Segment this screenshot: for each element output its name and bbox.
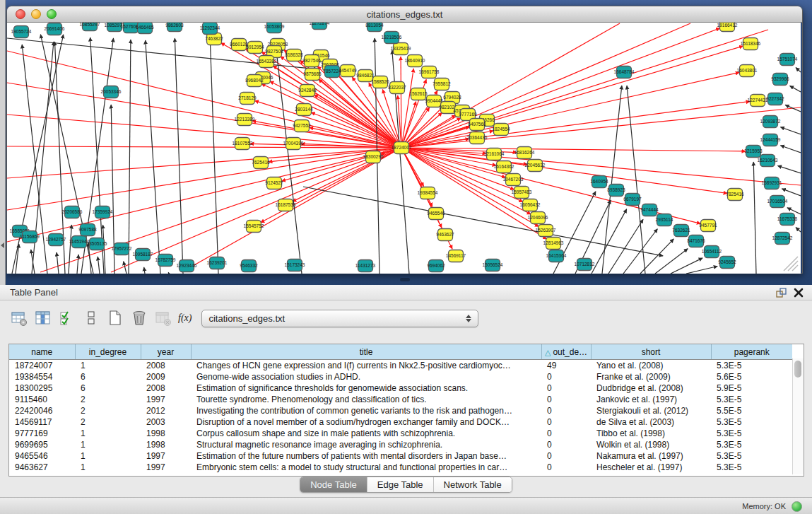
graph-node[interactable]: 12161064 [484, 148, 505, 160]
graph-node[interactable]: 16648784 [614, 66, 635, 78]
table-row[interactable]: 946362711997Embryonic stem cells: a mode… [9, 462, 792, 473]
graph-node[interactable]: 11431273 [355, 260, 376, 272]
graph-node[interactable]: 11156869 [20, 231, 40, 243]
graph-node[interactable]: 16543382 [257, 56, 277, 68]
graph-node[interactable]: 16187533 [276, 199, 296, 211]
tab-node-table[interactable]: Node Table [300, 477, 367, 492]
graph-node[interactable]: 6679197 [623, 194, 642, 206]
graph-node[interactable]: 12814963 [543, 238, 564, 250]
graph-node[interactable]: 10712812 [575, 259, 595, 271]
table-selector[interactable]: citations_edges.txt [201, 310, 478, 327]
graph-node[interactable]: 12923446 [177, 260, 197, 272]
graph-node[interactable]: 16415364 [546, 250, 567, 262]
graph-node[interactable]: 11675338 [777, 214, 798, 226]
graph-node[interactable]: 3215953 [744, 146, 763, 158]
graph-node[interactable]: 10467203 [503, 174, 524, 186]
column-header-title[interactable]: title [191, 344, 541, 360]
graph-node[interactable]: 13505135 [87, 238, 107, 250]
collapse-splitter-arrow-icon[interactable] [1, 243, 4, 248]
graph-node[interactable]: 18107552 [233, 138, 253, 150]
graph-node[interactable]: 5912954 [246, 42, 264, 54]
graph-node[interactable]: 2935114 [656, 214, 673, 226]
graph-node[interactable]: 7825416 [726, 189, 744, 201]
graph-node[interactable]: 16056432 [520, 199, 541, 211]
graph-node[interactable]: 11292344 [200, 23, 220, 35]
resize-grip-icon[interactable] [788, 261, 798, 271]
table-row[interactable]: 911546021997Tourette syndrome. Phenomeno… [9, 394, 792, 405]
table-scrollbar-thumb[interactable] [794, 361, 801, 378]
graph-node[interactable]: 16239201 [207, 257, 228, 269]
graph-node[interactable]: 9546332 [240, 260, 258, 272]
delete-table-icon[interactable] [154, 309, 172, 327]
graph-node[interactable]: 17016504 [767, 196, 788, 208]
graph-node[interactable]: 9124527 [265, 177, 283, 189]
graph-node[interactable]: 1588520 [371, 76, 389, 88]
graph-node[interactable]: 9474444 [640, 204, 659, 216]
graph-node[interactable]: 22045632 [525, 160, 546, 172]
graph-node[interactable]: 13325419 [391, 43, 411, 55]
column-header-year[interactable]: year [141, 344, 191, 360]
select-columns-icon[interactable] [58, 309, 76, 327]
function-builder-icon[interactable]: f(x) [178, 313, 192, 324]
graph-node[interactable]: 16053809 [264, 23, 285, 33]
graph-node[interactable]: 9463627 [436, 229, 454, 241]
graph-node[interactable]: 12942757 [46, 234, 66, 246]
graph-node[interactable]: 16782759 [155, 255, 176, 267]
graph-node[interactable]: 12444159 [760, 134, 781, 146]
column-header-short[interactable]: short [591, 344, 711, 360]
table-row[interactable]: 946554611997Estimation of the future num… [9, 450, 792, 462]
table-row[interactable]: 969969511998Structural magnetic resonanc… [9, 439, 792, 450]
graph-node[interactable]: 15751074 [777, 54, 798, 66]
tab-edge-table[interactable]: Edge Table [367, 477, 434, 492]
graph-node[interactable]: 17004396 [283, 138, 304, 150]
graph-node[interactable]: 7632621 [672, 225, 690, 237]
graph-node[interactable]: 9875685 [303, 69, 322, 81]
graph-node[interactable]: 19166412 [717, 23, 738, 32]
tab-network-table[interactable]: Network Table [434, 477, 512, 492]
graph-node[interactable]: 9227342 [766, 93, 784, 105]
graph-node[interactable]: 19055724 [11, 26, 32, 38]
graph-node[interactable]: 15118346 [741, 38, 761, 50]
graph-node[interactable]: 12274431 [748, 95, 768, 107]
close-panel-icon[interactable] [794, 288, 804, 298]
graph-node[interactable]: 7857224 [323, 66, 341, 78]
graph-node[interactable]: 16272874 [310, 23, 330, 30]
column-header-pagerank[interactable]: pagerank [711, 344, 792, 360]
graph-node[interactable]: 7625416 [252, 157, 270, 169]
graph-node[interactable]: 9694062 [427, 260, 445, 272]
graph-node[interactable]: 16961758 [419, 66, 440, 78]
graph-node[interactable]: 8471676 [687, 235, 705, 247]
graph-node[interactable]: 9457791 [699, 220, 717, 232]
graph-node[interactable]: 9097588 [78, 224, 97, 236]
graph-node[interactable]: 9329966 [771, 74, 789, 86]
graph-node[interactable]: 8938923 [607, 185, 625, 197]
graph-node[interactable]: 10654112 [702, 246, 722, 258]
graph-node[interactable]: 19218506 [382, 32, 402, 44]
graph-node[interactable]: 10855297 [80, 23, 100, 31]
graph-node[interactable]: 19384554 [418, 187, 438, 199]
graph-node[interactable]: 8968042 [245, 75, 264, 87]
graph-node[interactable]: 8813054 [365, 23, 384, 32]
graph-node[interactable]: 18640910 [405, 55, 425, 67]
graph-node[interactable]: 9827546 [302, 55, 321, 67]
graph-node[interactable]: 20364436 [467, 132, 488, 144]
delete-columns-icon[interactable] [130, 309, 148, 327]
graph-node[interactable]: 12213389 [235, 114, 255, 126]
graph-node[interactable]: 16210643 [758, 155, 778, 167]
graph-node[interactable]: 6497568 [468, 119, 486, 131]
table-row[interactable]: 977716911998Corpus callosum shape and si… [9, 428, 792, 439]
graph-hub-node[interactable]: 18724007 [392, 142, 412, 154]
graph-node[interactable]: 2718129 [238, 93, 257, 105]
splitter-grip[interactable] [400, 278, 410, 281]
graph-node[interactable]: 12872542 [772, 233, 793, 245]
graph-node[interactable]: 17359924 [93, 206, 113, 218]
table-mode-icon[interactable] [10, 309, 28, 327]
float-panel-icon[interactable] [775, 287, 787, 298]
network-canvas[interactable]: 7463822866012859129542322605898275088186… [7, 23, 801, 274]
graph-node[interactable]: 15892931 [762, 177, 782, 189]
graph-node[interactable]: 16043801 [737, 65, 758, 77]
table-row[interactable]: 2242004622012Investigating the contribut… [9, 405, 792, 416]
graph-node[interactable]: 18300295 [363, 151, 384, 163]
graph-node[interactable]: 15173243 [285, 259, 305, 271]
graph-node[interactable]: 17957272 [112, 243, 132, 255]
